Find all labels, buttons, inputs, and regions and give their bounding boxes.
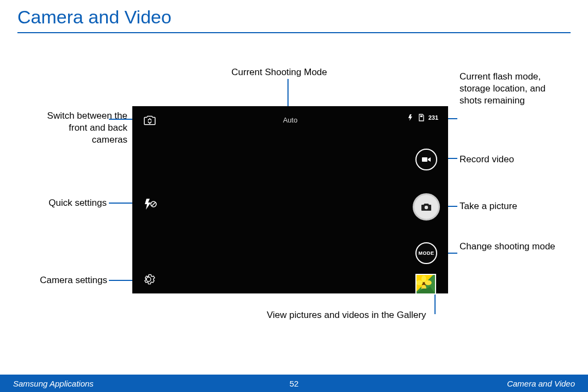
flash-off-icon[interactable] [142, 198, 157, 211]
page-footer: Samsung Applications 52 Camera and Video [0, 375, 588, 392]
settings-gear-icon[interactable] [142, 273, 155, 286]
shots-remaining: 231 [428, 114, 438, 121]
mode-button-label: MODE [419, 250, 434, 256]
svg-point-4 [425, 206, 428, 209]
callout-camera-settings: Camera settings [34, 274, 107, 286]
callout-current-shooting-mode: Current Shooting Mode [231, 66, 327, 78]
camera-icon [420, 201, 432, 213]
video-camera-icon [421, 154, 432, 165]
footer-page-number: 52 [0, 379, 588, 388]
gallery-thumbnail[interactable] [415, 274, 436, 295]
record-video-button[interactable] [415, 149, 437, 170]
svg-point-8 [425, 280, 432, 285]
callout-switch-camera: Switch between the front and back camera… [35, 110, 127, 146]
page-title: Camera and Video [0, 0, 588, 30]
svg-rect-2 [420, 115, 422, 117]
flash-mode-icon [407, 114, 414, 121]
diagram-area: Current Shooting Mode Switch between the… [0, 49, 588, 370]
callout-record-video: Record video [460, 154, 514, 166]
camera-viewfinder: Auto 231 MODE [132, 106, 448, 293]
title-divider [17, 32, 571, 33]
callout-take-picture: Take a picture [460, 200, 517, 212]
svg-point-6 [421, 275, 426, 283]
callout-change-mode: Change shooting mode [460, 241, 558, 253]
storage-icon [418, 114, 425, 121]
svg-line-1 [152, 203, 156, 206]
callout-quick-settings: Quick settings [41, 197, 107, 209]
mode-button[interactable]: MODE [415, 242, 437, 264]
current-mode-label: Auto [132, 116, 448, 124]
connector [434, 291, 436, 314]
svg-point-7 [416, 280, 423, 285]
status-indicators: 231 [407, 114, 438, 121]
flower-icon [416, 275, 435, 293]
callout-gallery: View pictures and videos in the Gallery [267, 309, 426, 321]
shutter-button[interactable] [413, 193, 440, 220]
callout-status-row: Current flash mode, storage location, an… [460, 71, 558, 107]
svg-rect-3 [422, 157, 427, 162]
